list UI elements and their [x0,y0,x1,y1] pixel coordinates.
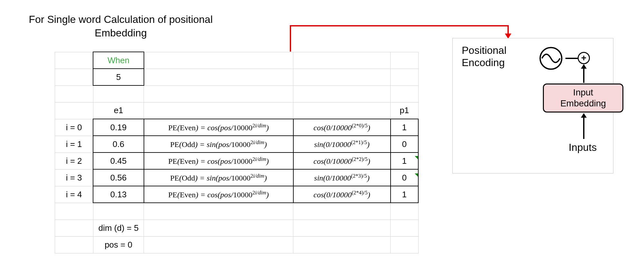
i-cell: i = 4 [55,186,93,203]
title-line1: For Single word Calculation of positiona… [29,14,213,25]
table-row: i = 3 0.56 PE(Odd) = sin(pos/100002i/dim… [55,169,419,186]
p-cell: 0 [391,136,418,152]
inputs-label: Inputs [569,142,597,153]
table-row: i = 0 0.19 PE(Even) = cos(pos/100002i/di… [55,119,419,136]
table-row: i = 4 0.13 PE(Even) = cos(pos/100002i/di… [55,186,419,203]
connector-line [565,58,578,59]
e-cell: 0.56 [93,169,144,186]
table-row: i = 1 0.6 PE(Odd) = sin(pos/100002i/dim)… [55,136,419,152]
pe-formula-even: PE(Even) = cos(pos/100002i/dim) [144,152,293,169]
pe-sub: cos(0/10000(2*2)/5) [293,152,391,169]
e1-header: e1 [93,102,144,119]
pe-sub: cos(0/10000(2*4)/5) [293,186,391,203]
add-operator-icon: + [578,52,590,64]
table-row: i = 2 0.45 PE(Even) = cos(pos/100002i/di… [55,152,419,169]
pe-table: When 5 e1 p1 i = 0 0.19 PE(Even) = cos(p… [55,52,419,253]
pe-sub: sin(0/10000(2*3)/5) [293,169,391,186]
dim-footer: dim (d) = 5 [93,220,144,236]
cell-marker-icon [415,173,418,177]
arrow-up-icon [583,65,584,83]
pe-formula-odd: PE(Odd) = sin(pos/100002i/dim) [144,136,293,152]
pe-sub: cos(0/10000(2*0)/5) [293,119,391,136]
p-cell: 1 [391,119,418,136]
i-cell: i = 0 [55,119,93,136]
word-cell: When [93,52,144,69]
positional-encoding-label: Positional Encoding [462,44,507,69]
connector-line [290,25,291,52]
e-cell: 0.13 [93,186,144,203]
diagram-title: For Single word Calculation of positiona… [18,13,224,40]
arrow-up-icon [583,114,584,139]
pos-footer: pos = 0 [93,236,144,253]
e-cell: 0.19 [93,119,144,136]
p-cell: 0 [391,169,418,186]
sine-wave-icon [536,45,565,71]
positional-encoding-panel: Positional Encoding + Input Embedding In… [452,38,613,173]
e-cell: 0.45 [93,152,144,169]
i-cell: i = 3 [55,169,93,186]
word-dim-cell: 5 [93,69,144,85]
e-cell: 0.6 [93,136,144,152]
p-cell: 1 [391,186,418,203]
p1-header: p1 [391,102,418,119]
cell-marker-icon [415,156,418,159]
connector-line [290,25,509,26]
pe-formula-even: PE(Even) = cos(pos/100002i/dim) [144,186,293,203]
input-embedding-box: Input Embedding [543,83,623,113]
i-cell: i = 1 [55,136,93,152]
title-line2: Embedding [95,27,147,39]
i-cell: i = 2 [55,152,93,169]
pe-formula-even: PE(Even) = cos(pos/100002i/dim) [144,119,293,136]
pe-sub: sin(0/10000(2*1)/5) [293,136,391,152]
pe-formula-odd: PE(Odd) = sin(pos/100002i/dim) [144,169,293,186]
p-cell: 1 [391,152,418,169]
